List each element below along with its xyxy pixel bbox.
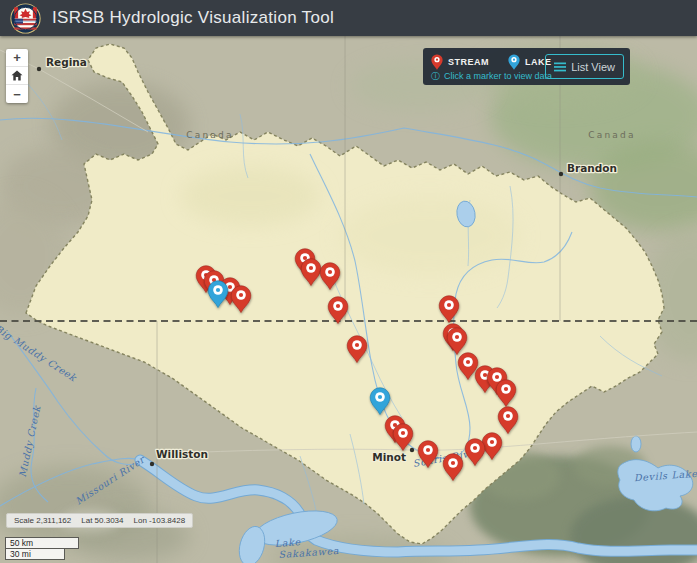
app-title: ISRSB Hydrologic Visualization Tool [52, 8, 334, 28]
latitude-value: Lat 50.3034 [81, 516, 123, 525]
city-label: Williston [156, 448, 208, 460]
map-scale-value: Scale 2,311,162 [14, 516, 71, 525]
city-dot [410, 448, 414, 452]
scale-bars: 50 km 30 mi [5, 537, 79, 560]
city-label: Regina [46, 56, 87, 68]
lake-pin-icon [508, 54, 520, 70]
scalebar-mi: 30 mi [5, 548, 65, 560]
home-icon [11, 70, 23, 81]
legend-stream-label: STREAM [448, 57, 489, 67]
map-legend: STREAM LAKE List View ⓘ [423, 48, 630, 85]
zoom-out-button[interactable]: − [6, 85, 28, 103]
city-label: Minot [372, 451, 406, 463]
city-dot [150, 462, 154, 466]
city-dot [37, 67, 41, 71]
city-label: Brandon [567, 162, 617, 174]
longitude-value: Lon -103.8428 [134, 516, 186, 525]
scale-readout: Scale 2,311,162 Lat 50.3034 Lon -103.842… [6, 513, 193, 528]
info-icon: ⓘ [431, 72, 440, 81]
region-label: Canada [588, 130, 635, 140]
list-view-label: List View [571, 61, 615, 73]
list-view-button[interactable]: List View [545, 54, 624, 79]
legend-hint: Click a marker to view data [444, 71, 552, 81]
zoom-in-button[interactable]: + [6, 49, 28, 67]
app-window: ISRSB Hydrologic Visualization Tool [0, 0, 697, 563]
home-button[interactable] [6, 67, 28, 85]
map-canvas[interactable]: CanadaCanadaMissouri RiverBig Muddy Cree… [0, 36, 697, 563]
region-label: Canada [186, 130, 233, 140]
stream-pin-icon [431, 54, 443, 70]
zoom-control: + − [6, 49, 28, 103]
city-dot [559, 172, 563, 176]
isrsb-logo [10, 3, 41, 34]
app-header: ISRSB Hydrologic Visualization Tool [0, 0, 697, 36]
map-svg[interactable]: CanadaCanadaMissouri RiverBig Muddy Cree… [0, 36, 697, 563]
list-icon [554, 62, 566, 72]
